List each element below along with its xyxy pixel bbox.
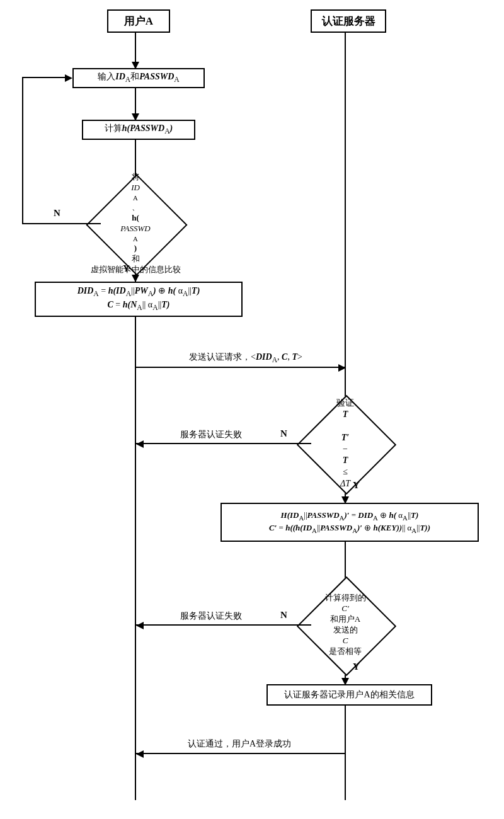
msg-auth-request-label: 发送认证请求，<DIDA, C, T> [158, 352, 334, 364]
label-n3-N: N [54, 208, 60, 219]
step-record-label: 认证服务器记录用户A的相关信息 [284, 689, 414, 701]
arrow-icon [136, 750, 144, 758]
decision-compare-card: 将IDA、h(PASSWDA)和虚拟智能卡中的信息比较 [101, 189, 170, 258]
lane-header-server: 认证服务器 [311, 9, 386, 33]
msg-fail2-line [136, 624, 311, 626]
step-server-calc: H(IDA||PASSWDA)′ = DIDA ⊕ h( αA||T)C′ = … [220, 503, 479, 542]
label-n7-Y: Y [353, 662, 360, 672]
edge-n3-N-h2 [22, 77, 66, 78]
step-input-credentials: 输入IDA和PASSWDA [72, 68, 205, 88]
step-record-info: 认证服务器记录用户A的相关信息 [266, 684, 432, 706]
lifeline-user [135, 32, 136, 800]
edge-n3-N [22, 223, 101, 224]
flowchart-canvas: 用户A 认证服务器 输入IDA和PASSWDA 计算h(PASSWDA) 将ID… [0, 0, 504, 819]
step-hash-password: 计算h(PASSWDA) [82, 120, 195, 140]
label-n7-N: N [280, 610, 287, 621]
arrow-icon [338, 364, 346, 372]
step-calc-did-label: DIDA = h(IDA||PWA) ⊕ h( αA||T)C = h(NA||… [77, 285, 200, 312]
msg-fail1-line [136, 443, 311, 444]
edge-n3-N-v [22, 77, 23, 224]
step-hash-label: 计算h(PASSWDA) [105, 123, 173, 137]
lane-header-user-label: 用户A [124, 14, 153, 28]
decision-verify-t: 验证TT′ − T ≤ ΔT [311, 410, 379, 478]
lane-header-user: 用户A [107, 9, 170, 33]
msg-auth-request-line [136, 367, 345, 368]
label-n5-Y: Y [353, 480, 360, 491]
step-server-calc-label: H(IDA||PASSWDA)′ = DIDA ⊕ h( αA||T)C′ = … [269, 510, 430, 535]
arrow-icon [136, 622, 144, 629]
arrow-icon [136, 440, 144, 448]
msg-fail2-label: 服务器认证失败 [161, 610, 261, 622]
decision-compare-c: 计算得到的C′和用户A发送的C是否相等 [311, 591, 379, 659]
msg-success-label: 认证通过，用户A登录成功 [164, 738, 315, 750]
msg-fail1-label: 服务器认证失败 [161, 429, 261, 440]
step-input-label: 输入IDA和PASSWDA [98, 71, 179, 85]
arrow-icon [65, 74, 72, 82]
step-calc-did-c: DIDA = h(IDA||PWA) ⊕ h( αA||T)C = h(NA||… [35, 282, 243, 317]
label-n5-N: N [280, 428, 287, 439]
msg-success-line [136, 753, 345, 754]
label-n3-Y: Y [123, 263, 130, 274]
lane-header-server-label: 认证服务器 [322, 14, 375, 28]
